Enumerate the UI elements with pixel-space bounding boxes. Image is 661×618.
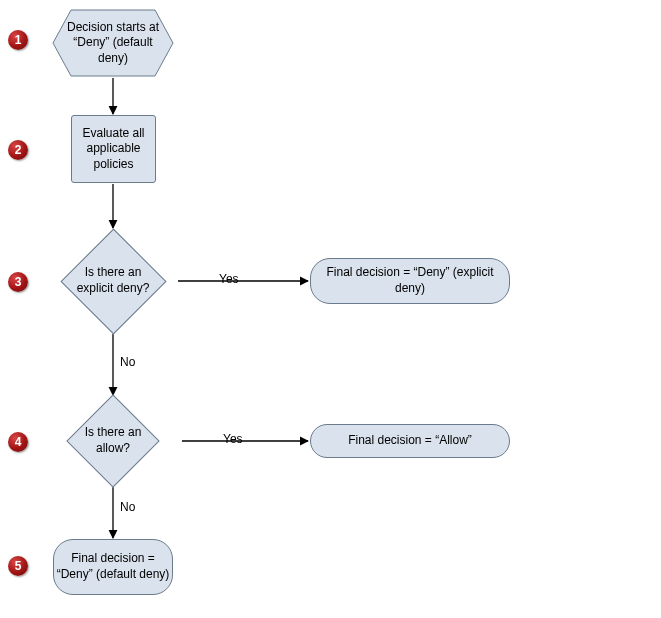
- allow-label: Is there an allow?: [64, 395, 162, 487]
- edge-label-yes-2: Yes: [223, 432, 243, 446]
- step-badge-label: 4: [15, 435, 22, 449]
- edge-label-no-1: No: [120, 355, 135, 369]
- allow-decision: Is there an allow?: [64, 395, 162, 487]
- final-deny-explicit-label: Final decision = “Deny” (explicit deny): [311, 265, 509, 296]
- step-badge-3: 3: [8, 272, 28, 292]
- step-badge-label: 1: [15, 33, 22, 47]
- step-badge-label: 5: [15, 559, 22, 573]
- step-badge-label: 2: [15, 143, 22, 157]
- start-node: Decision starts at “Deny” (default deny): [51, 8, 175, 78]
- edge-label-yes-1: Yes: [219, 272, 239, 286]
- start-label: Decision starts at “Deny” (default deny): [51, 8, 175, 78]
- explicit-deny-label: Is there an explicit deny?: [60, 228, 166, 334]
- final-deny-explicit-node: Final decision = “Deny” (explicit deny): [310, 258, 510, 304]
- final-allow-node: Final decision = “Allow”: [310, 424, 510, 458]
- evaluate-node: Evaluate all applicable policies: [71, 115, 156, 183]
- step-badge-1: 1: [8, 30, 28, 50]
- explicit-deny-decision: Is there an explicit deny?: [60, 228, 166, 334]
- step-badge-4: 4: [8, 432, 28, 452]
- final-deny-default-label: Final decision = “Deny” (default deny): [54, 551, 172, 582]
- final-allow-label: Final decision = “Allow”: [348, 433, 472, 449]
- edge-label-no-2: No: [120, 500, 135, 514]
- flowchart: 1 2 3 4 5 Decision starts at “Deny” (def…: [0, 0, 661, 618]
- step-badge-5: 5: [8, 556, 28, 576]
- step-badge-2: 2: [8, 140, 28, 160]
- step-badge-label: 3: [15, 275, 22, 289]
- final-deny-default-node: Final decision = “Deny” (default deny): [53, 539, 173, 595]
- evaluate-label: Evaluate all applicable policies: [72, 126, 155, 173]
